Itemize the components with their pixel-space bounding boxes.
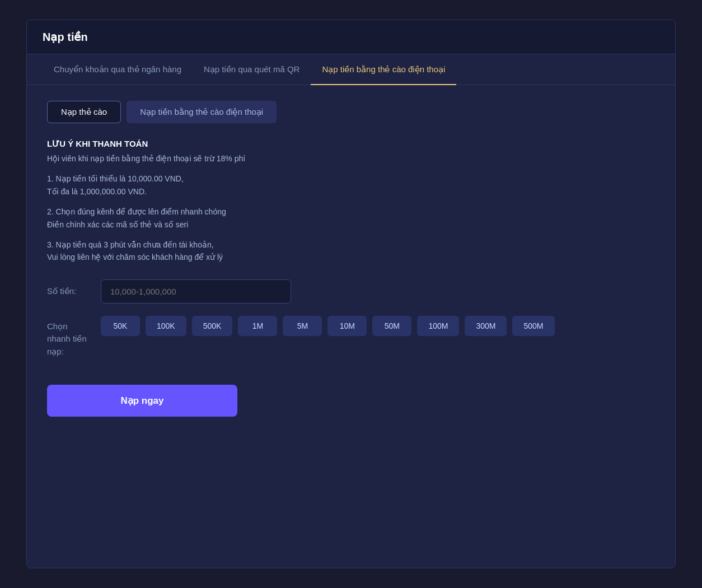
notice-item-1: 1. Nạp tiền tối thiểu là 10,000.00 VND, …: [47, 172, 655, 198]
amount-input[interactable]: [101, 279, 291, 304]
quick-select-grid: 50K100K500K1M5M10M50M100M300M500M: [101, 316, 655, 336]
tabs-bar: Chuyển khoản qua thẻ ngân hàng Nạp tiền …: [27, 54, 675, 85]
notice-section: LƯU Ý KHI THANH TOÁN Hội viên khi nạp ti…: [47, 139, 655, 264]
quick-btn-5m[interactable]: 5M: [283, 316, 322, 336]
quick-btn-50k[interactable]: 50K: [101, 316, 140, 336]
modal-container: Nạp tiền Chuyển khoản qua thẻ ngân hàng …: [26, 20, 676, 568]
modal-title: Nạp tiền: [43, 31, 88, 43]
quick-btn-500k[interactable]: 500K: [192, 316, 233, 336]
notice-subtitle: Hội viên khi nạp tiền bằng thẻ điện thoạ…: [47, 152, 655, 165]
quick-btn-100k[interactable]: 100K: [146, 316, 186, 336]
modal-header: Nạp tiền: [27, 20, 675, 54]
notice-item-3: 3. Nạp tiền quá 3 phút vẫn chưa đến tài …: [47, 239, 655, 264]
quick-select-label: Chọn nhanh tiền nạp:: [47, 316, 92, 358]
notice-text-1: 1. Nạp tiền tối thiểu là 10,000.00 VND, …: [47, 172, 655, 198]
tab-bank[interactable]: Chuyển khoản qua thẻ ngân hàng: [43, 54, 193, 85]
quick-select-row: Chọn nhanh tiền nạp: 50K100K500K1M5M10M5…: [47, 316, 655, 358]
notice-item-2: 2. Chọn đúng kênh để được lên điểm nhanh…: [47, 206, 655, 231]
submit-button[interactable]: Nạp ngay: [47, 385, 237, 417]
tab-card[interactable]: Nạp tiền bằng thẻ cào điện thoại: [311, 54, 456, 85]
sub-tabs: Nạp thẻ cào Nạp tiền bằng thẻ cào điện t…: [47, 101, 655, 123]
quick-btn-50m[interactable]: 50M: [372, 316, 411, 336]
notice-text-2: 2. Chọn đúng kênh để được lên điểm nhanh…: [47, 206, 655, 231]
modal-body: Nạp thẻ cào Nạp tiền bằng thẻ cào điện t…: [27, 85, 675, 432]
sub-tab-nap-the-cao[interactable]: Nạp thẻ cào: [47, 101, 121, 123]
amount-label: Số tiền:: [47, 286, 92, 296]
sub-tab-nap-tien-bang-the[interactable]: Nạp tiền bằng thẻ cào điện thoại: [127, 101, 277, 123]
quick-btn-300m[interactable]: 300M: [465, 316, 507, 336]
quick-btn-1m[interactable]: 1M: [238, 316, 277, 336]
quick-btn-100m[interactable]: 100M: [417, 316, 459, 336]
amount-row: Số tiền:: [47, 279, 655, 304]
notice-title: LƯU Ý KHI THANH TOÁN: [47, 139, 655, 149]
quick-btn-10m[interactable]: 10M: [327, 316, 367, 336]
notice-text-3: 3. Nạp tiền quá 3 phút vẫn chưa đến tài …: [47, 239, 655, 264]
tab-qr[interactable]: Nạp tiền qua quét mã QR: [193, 54, 311, 85]
quick-btn-500m[interactable]: 500M: [512, 316, 554, 336]
